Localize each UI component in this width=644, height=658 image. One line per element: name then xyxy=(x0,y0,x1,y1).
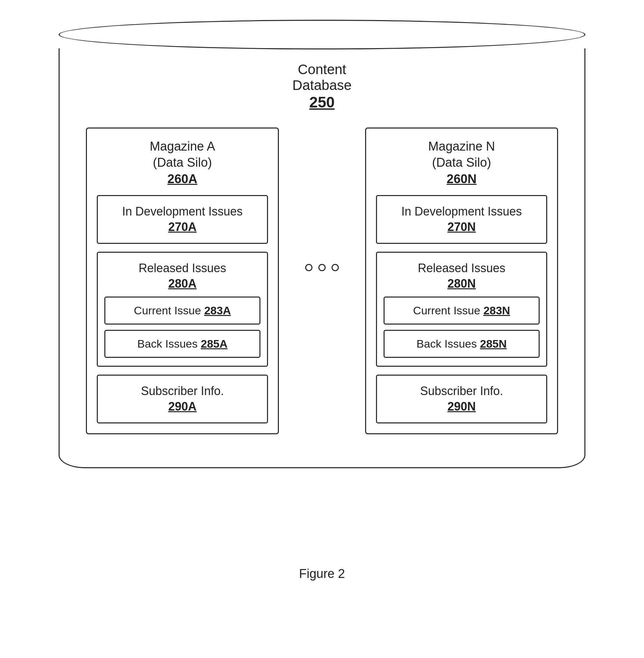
dev-issues-n-label: In Development Issues xyxy=(401,205,522,218)
database-title-area: Content Database 250 xyxy=(292,48,352,128)
silo-n-title-line2: (Data Silo) xyxy=(432,155,491,169)
current-issue-a: Current Issue 283A xyxy=(105,297,260,325)
subscriber-n-label: Subscriber Info. xyxy=(420,384,503,398)
cylinder-container: Content Database 250 Magazine A (Data Si… xyxy=(59,20,585,547)
released-issues-a: Released Issues 280A Current Issue 283A … xyxy=(97,252,268,367)
dot-2 xyxy=(318,264,326,271)
back-issues-n: Back Issues 285N xyxy=(384,330,539,358)
current-issue-n-label: Current Issue xyxy=(413,304,484,316)
diagram-wrapper: Content Database 250 Magazine A (Data Si… xyxy=(0,20,644,581)
subscriber-n-number: 290N xyxy=(447,400,476,413)
dev-issues-a-title: In Development Issues 270A xyxy=(105,204,260,235)
silos-row: Magazine A (Data Silo) 260A In Developme… xyxy=(60,128,584,447)
database-title-line2: Database xyxy=(292,78,352,93)
subscriber-a-number: 290A xyxy=(168,400,197,413)
database-number: 250 xyxy=(309,93,335,111)
silo-n: Magazine N (Data Silo) 260N In Developme… xyxy=(365,128,558,434)
dot-3 xyxy=(331,264,339,271)
subscriber-a-label: Subscriber Info. xyxy=(141,384,224,398)
silo-a-title-line2: (Data Silo) xyxy=(153,155,212,169)
dev-issues-a-label: In Development Issues xyxy=(122,205,243,218)
subscriber-a: Subscriber Info. 290A xyxy=(97,375,268,423)
silo-n-title: Magazine N (Data Silo) 260N xyxy=(376,138,547,187)
current-issue-a-number: 283A xyxy=(204,304,231,316)
back-issues-n-number: 285N xyxy=(480,337,507,350)
released-issues-n: Released Issues 280N Current Issue 283N … xyxy=(376,252,547,367)
ellipsis-dots xyxy=(305,264,339,271)
cylinder-body: Content Database 250 Magazine A (Data Si… xyxy=(59,48,585,468)
current-issue-a-label: Current Issue xyxy=(134,304,204,316)
released-issues-a-title: Released Issues 280A xyxy=(105,261,260,292)
silo-a-title-line1: Magazine A xyxy=(150,139,215,153)
dev-issues-a-number: 270A xyxy=(168,220,197,234)
released-issues-a-number: 280A xyxy=(168,277,197,290)
released-issues-n-number: 280N xyxy=(447,277,476,290)
dev-issues-n-number: 270N xyxy=(447,220,476,234)
dev-issues-n: In Development Issues 270N xyxy=(376,195,547,244)
silo-a-title: Magazine A (Data Silo) 260A xyxy=(97,138,268,187)
dot-1 xyxy=(305,264,313,271)
back-issues-a: Back Issues 285A xyxy=(105,330,260,358)
back-issues-a-number: 285A xyxy=(201,337,228,350)
back-issues-a-label: Back Issues xyxy=(137,337,201,350)
released-issues-n-label: Released Issues xyxy=(418,261,505,275)
current-issue-n: Current Issue 283N xyxy=(384,297,539,325)
subscriber-n: Subscriber Info. 290N xyxy=(376,375,547,423)
released-issues-n-title: Released Issues 280N xyxy=(384,261,539,292)
dev-issues-n-title: In Development Issues 270N xyxy=(384,204,539,235)
back-issues-n-label: Back Issues xyxy=(416,337,480,350)
current-issue-n-number: 283N xyxy=(483,304,510,316)
figure-caption: Figure 2 xyxy=(299,567,345,581)
silo-n-title-line1: Magazine N xyxy=(428,139,495,153)
dev-issues-a: In Development Issues 270A xyxy=(97,195,268,244)
cylinder-top xyxy=(59,20,585,49)
silo-a: Magazine A (Data Silo) 260A In Developme… xyxy=(86,128,279,434)
database-title-line1: Content xyxy=(298,62,346,78)
subscriber-n-title: Subscriber Info. 290N xyxy=(384,383,539,415)
silo-a-number: 260A xyxy=(167,172,198,186)
silo-n-number: 260N xyxy=(447,172,477,186)
subscriber-a-title: Subscriber Info. 290A xyxy=(105,383,260,415)
released-issues-a-label: Released Issues xyxy=(139,261,226,275)
